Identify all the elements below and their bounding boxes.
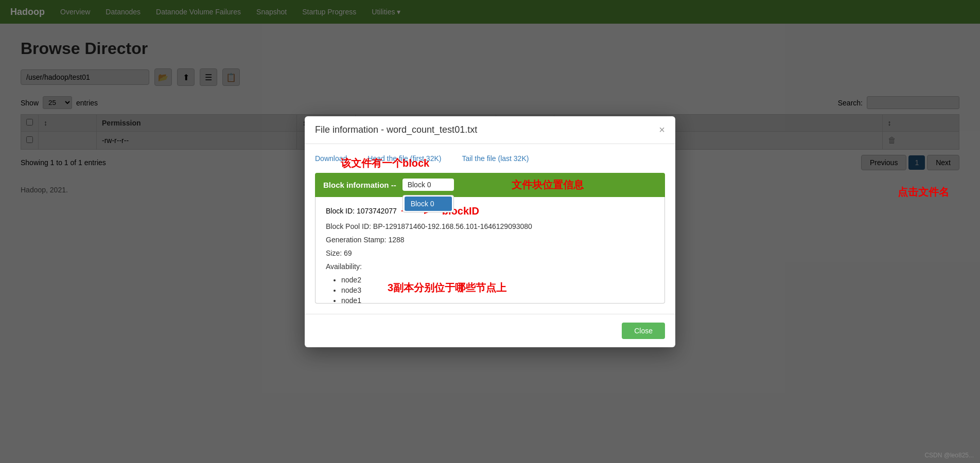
modal-close-button[interactable]: × bbox=[659, 124, 665, 135]
generation-stamp: Generation Stamp: 1288 bbox=[326, 236, 654, 244]
availability-label: Availability: bbox=[326, 262, 654, 271]
modal-header: File information - word_count_test01.txt… bbox=[305, 116, 675, 144]
block-option-0[interactable]: Block 0 bbox=[405, 197, 452, 211]
download-link[interactable]: Download bbox=[315, 154, 347, 163]
block-details: Block ID: 1073742077 blockID Block Pool … bbox=[315, 197, 665, 304]
annotation-nodes: 3副本分别位于哪些节点上 bbox=[388, 282, 506, 293]
block-dropdown-open: Block 0 bbox=[402, 195, 454, 212]
modal-title: File information - word_count_test01.txt bbox=[315, 124, 477, 135]
modal-body: Download Head the file (first 32K) Tail … bbox=[305, 144, 675, 314]
head-file-link[interactable]: Head the file (first 32K) bbox=[367, 154, 441, 163]
close-button[interactable]: Close bbox=[622, 323, 665, 339]
size: Size: 69 bbox=[326, 249, 654, 257]
block-select[interactable]: Block 0 bbox=[402, 179, 454, 191]
modal-links: Download Head the file (first 32K) Tail … bbox=[315, 154, 665, 163]
block-info-label: Block information -- bbox=[323, 181, 396, 189]
modal-overlay[interactable]: File information - word_count_test01.txt… bbox=[0, 0, 980, 463]
annotation-block-position: 文件块位置信息 bbox=[512, 178, 584, 192]
block-info-header: Block information -- Block 0 Block 0 文件块… bbox=[315, 173, 665, 197]
tail-file-link[interactable]: Tail the file (last 32K) bbox=[462, 154, 529, 163]
node-item: node1 bbox=[341, 296, 654, 305]
block-id: Block ID: 1073742077 bbox=[326, 207, 397, 215]
modal: File information - word_count_test01.txt… bbox=[305, 116, 675, 347]
modal-footer: Close bbox=[305, 314, 675, 347]
block-select-wrapper: Block 0 Block 0 bbox=[402, 179, 454, 191]
block-pool-id: Block Pool ID: BP-1291871460-192.168.56.… bbox=[326, 222, 654, 230]
